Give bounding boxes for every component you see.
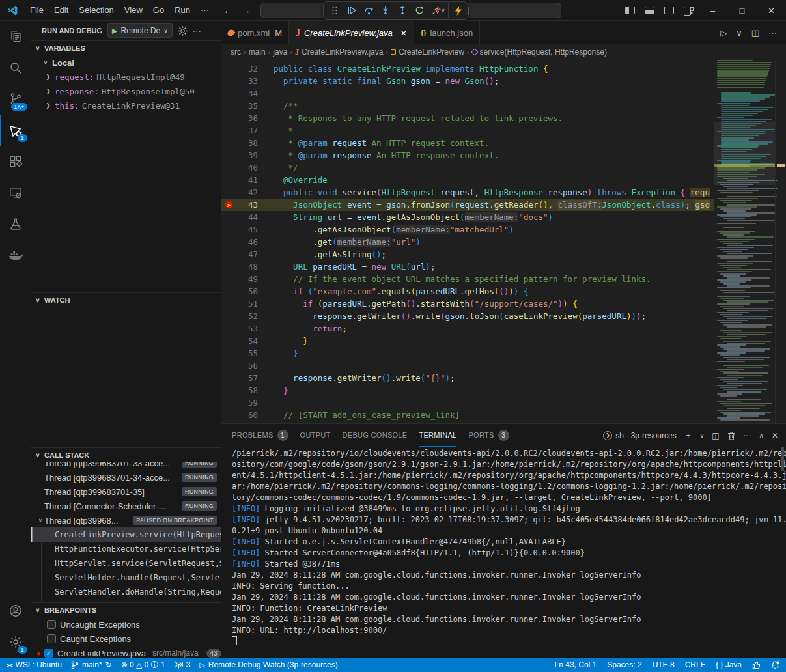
gutter-glyph[interactable]: [221, 372, 236, 384]
gutter-glyph[interactable]: [221, 161, 236, 174]
activity-docker[interactable]: [0, 240, 31, 271]
thread-row[interactable]: Thread [qtp399683701-35]RUNNING: [31, 484, 221, 499]
close-icon[interactable]: ✕: [400, 29, 407, 38]
gutter-glyph[interactable]: [221, 100, 236, 112]
start-debug-icon[interactable]: ▶: [112, 27, 117, 35]
gutter-glyph[interactable]: [221, 112, 236, 124]
breakpoint-row[interactable]: Uncaught Exceptions: [31, 617, 221, 632]
editor-more-actions-icon[interactable]: ⋯: [768, 28, 777, 38]
code-line-55[interactable]: 55 }: [221, 347, 714, 359]
status--java[interactable]: { } Java: [716, 660, 742, 669]
status-branch[interactable]: main*↻: [71, 660, 112, 669]
stack-frame[interactable]: HttpServlet.service(ServletRequest,S: [31, 556, 221, 570]
gutter-glyph[interactable]: [221, 347, 236, 359]
terminal-scrollbar[interactable]: [781, 447, 784, 471]
tab-CreateLinkPreview.java[interactable]: JCreateLinkPreview.java✕: [289, 21, 414, 44]
code-line-40[interactable]: 40 */: [221, 161, 714, 174]
breakpoint-row[interactable]: ●✓CreateLinkPreview.javasrc/main/java43: [31, 646, 221, 658]
thread-row[interactable]: Thread [qtp399683701-33-acce...RUNNING: [31, 462, 221, 470]
minimap[interactable]: [714, 60, 775, 423]
variable-row[interactable]: ❯this: CreateLinkPreview@31: [31, 98, 221, 113]
scope-local[interactable]: ∨ Local: [31, 55, 221, 70]
stack-frame[interactable]: CreateLinkPreview.service(HttpReques: [31, 527, 221, 542]
toolbar-drag-grip[interactable]: [326, 3, 343, 18]
close-button[interactable]: ✕: [757, 0, 786, 21]
gutter-glyph[interactable]: [221, 248, 236, 260]
code-line-34[interactable]: 34: [221, 87, 714, 100]
code-line-46[interactable]: 46 .get(memberName:"url"): [221, 236, 714, 248]
gutter-glyph[interactable]: [221, 236, 236, 248]
breakpoint-checkbox[interactable]: ✓: [44, 649, 53, 658]
gutter-glyph[interactable]: [221, 359, 236, 372]
code-line-35[interactable]: 35 /**: [221, 100, 714, 112]
variables-header[interactable]: ∨ VARIABLES: [31, 41, 221, 55]
code-line-50[interactable]: 50 if ("example.com".equals(parsedURL.ge…: [221, 285, 714, 298]
gutter-glyph[interactable]: [221, 63, 236, 75]
gutter-glyph[interactable]: [221, 310, 236, 322]
menu-file[interactable]: File: [25, 3, 49, 18]
breakpoint-checkbox[interactable]: [47, 634, 56, 643]
breadcrumb-item[interactable]: CreateLinkPreview: [399, 48, 464, 57]
gutter-glyph[interactable]: [221, 335, 236, 347]
status-ln-43-col-1[interactable]: Ln 43, Col 1: [555, 660, 597, 669]
toggle-panel-icon[interactable]: [639, 7, 659, 14]
code-line-52[interactable]: 52 response.getWriter().write(gson.toJso…: [221, 310, 714, 322]
breadcrumb-item[interactable]: java: [273, 48, 287, 57]
menu-edit[interactable]: Edit: [49, 3, 74, 18]
gutter-glyph[interactable]: [221, 211, 236, 223]
code-line-49[interactable]: 49 // If the event object URL matches a …: [221, 273, 714, 285]
forward-arrow-icon[interactable]: →: [242, 5, 251, 16]
split-terminal-button[interactable]: ◫: [712, 431, 719, 440]
code-line-45[interactable]: 45 .getAsJsonObject(memberName:"matchedU…: [221, 223, 714, 236]
panel-tab-output[interactable]: OUTPUT: [300, 424, 331, 447]
lightning-button[interactable]: [448, 3, 465, 18]
code-line-37[interactable]: 37 *: [221, 124, 714, 137]
breadcrumb-item[interactable]: main: [249, 48, 266, 57]
gutter-glyph[interactable]: [221, 409, 236, 421]
minimize-button[interactable]: –: [698, 0, 727, 21]
new-terminal-chevron-icon[interactable]: ∨: [700, 432, 705, 439]
panel-tab-problems[interactable]: PROBLEMS1: [232, 424, 288, 447]
code-editor[interactable]: 32public class CreateLinkPreview impleme…: [221, 60, 786, 423]
thread-row[interactable]: Thread [Connector-Scheduler-...RUNNING: [31, 499, 221, 513]
tab-launch.json[interactable]: {}launch.json: [414, 21, 480, 44]
gutter-glyph[interactable]: [221, 137, 236, 149]
gutter-glyph[interactable]: [221, 285, 236, 298]
code-line-54[interactable]: 54 }: [221, 335, 714, 347]
close-panel-icon[interactable]: ✕: [772, 431, 778, 440]
gutter-glyph[interactable]: [221, 87, 236, 100]
step-into-button[interactable]: [377, 3, 394, 18]
activity-settings[interactable]: 1: [0, 626, 31, 658]
call-stack-header[interactable]: ∨ CALL STACK: [31, 448, 221, 462]
gutter-glyph[interactable]: [221, 384, 236, 397]
code-line-39[interactable]: 39 * @param response An HTTP response co…: [221, 149, 714, 161]
breakpoints-header[interactable]: ∨ BREAKPOINTS: [31, 603, 221, 617]
code-line-60[interactable]: 60 // [START add_ons_case_preview_link]: [221, 409, 714, 421]
status-errors-warnings[interactable]: ⊗ 0 △ 0 ⓘ 1: [121, 660, 165, 671]
thread-row[interactable]: Thread [qtp399683701-34-acce...RUNNING: [31, 470, 221, 484]
gutter-glyph[interactable]: [221, 149, 236, 161]
code-line-58[interactable]: 58 }: [221, 384, 714, 397]
panel-tab-terminal[interactable]: TERMINAL: [419, 424, 456, 447]
toggle-secondary-sidebar-icon[interactable]: [659, 7, 679, 14]
stack-frame[interactable]: HttpFunctionExecutor.service(HttpSer: [31, 542, 221, 556]
code-line-53[interactable]: 53 return;: [221, 322, 714, 335]
thread-row[interactable]: ∨Thread [qtp39968...PAUSED ON BREAKPOINT: [31, 513, 221, 527]
debug-config-dropdown[interactable]: ▶ Remote De ∨: [107, 23, 173, 38]
split-editor-button[interactable]: ◫: [751, 28, 759, 38]
disconnect-chevron-icon[interactable]: ∨: [441, 7, 445, 14]
run-java-button[interactable]: ▷: [720, 28, 727, 38]
gutter-glyph[interactable]: ➤: [221, 199, 236, 211]
activity-accounts[interactable]: [0, 595, 31, 626]
tab-pom.xml[interactable]: pom.xmlM: [221, 21, 289, 44]
breadcrumb-item[interactable]: CreateLinkPreview.java: [302, 48, 383, 57]
menu-view[interactable]: View: [119, 3, 148, 18]
gutter-glyph[interactable]: [221, 260, 236, 273]
activity-source-control[interactable]: 1K+: [0, 83, 31, 115]
maximize-button[interactable]: □: [727, 0, 757, 21]
code-line-43[interactable]: ➤43 JsonObject event = gson.fromJson(req…: [221, 199, 714, 211]
gutter-glyph[interactable]: [221, 174, 236, 186]
watch-header[interactable]: ∨ WATCH: [31, 293, 221, 307]
activity-testing[interactable]: [0, 208, 31, 240]
code-line-51[interactable]: 51 if (parsedURL.getPath().startsWith("/…: [221, 298, 714, 310]
